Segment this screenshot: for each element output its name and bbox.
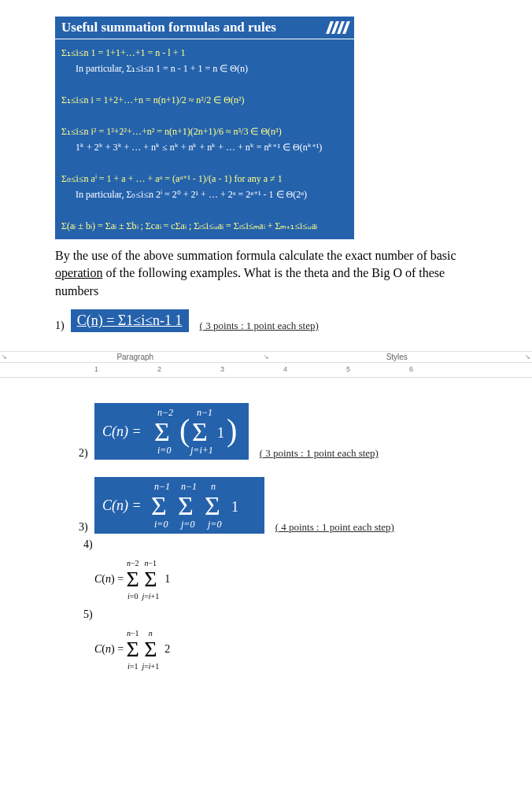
svg-text:n−1: n−1 xyxy=(181,481,197,492)
svg-text:Σ: Σ xyxy=(154,417,170,446)
q5-number: 5) xyxy=(83,608,477,621)
question-1-row: 1) C(n) = Σ1≤i≤n-1 1 ( 3 points : 1 poin… xyxy=(55,309,477,332)
q1-formula-box: C(n) = Σ1≤i≤n-1 1 xyxy=(71,309,189,332)
ruler-mark: 2 xyxy=(157,365,161,373)
q3-formula-svg: C(n) = n−1 Σ i=0 n−1 Σ j=0 n Σ j=0 1 xyxy=(101,480,258,531)
q1-number: 1) xyxy=(55,320,65,332)
formula-list: Σ₁≤i≤n 1 = 1+1+…+1 = n - l + 1 In partic… xyxy=(55,39,354,239)
q5-formula: C(n) = n−1Σi=1 nΣj=i+1 2 xyxy=(94,629,477,671)
svg-text:j=i+1: j=i+1 xyxy=(189,445,213,456)
q4-number: 4) xyxy=(83,538,477,551)
formula-2: Σ₁≤i≤n i = 1+2+…+n = n(n+1)/2 ≈ n²/2 ∈ Θ… xyxy=(61,93,348,107)
ruler-mark: 6 xyxy=(409,365,413,373)
paragraph-launcher-icon[interactable]: ↘ xyxy=(0,352,9,362)
svg-text:Σ: Σ xyxy=(192,417,208,446)
ribbon-group-styles: Styles xyxy=(271,353,524,361)
formula-5: Σ(aᵢ ± bᵢ) = Σaᵢ ± Σbᵢ ; Σcaᵢ = cΣaᵢ ; Σ… xyxy=(61,219,348,233)
q2-number: 2) xyxy=(79,447,88,460)
q3-formula-box: C(n) = n−1 Σ i=0 n−1 Σ j=0 n Σ j=0 1 xyxy=(94,477,264,534)
svg-text:n−2: n−2 xyxy=(157,407,173,418)
svg-text:): ) xyxy=(227,412,237,448)
prompt-part1: By the use of the above summation formul… xyxy=(55,249,456,262)
svg-text:j=0: j=0 xyxy=(179,519,194,530)
formula-1b: In particular, Σ₁≤i≤n 1 = n - 1 + 1 = n … xyxy=(61,61,348,76)
prompt-part2: of the following examples. What is the t… xyxy=(55,266,445,297)
q3-number: 3) xyxy=(79,521,88,534)
word-ribbon-strip: ↘ Paragraph ↘ Styles ↘ xyxy=(0,351,532,363)
svg-text:1: 1 xyxy=(231,499,238,515)
q2-points: ( 3 points : 1 point each step) xyxy=(260,447,379,460)
svg-text:Σ: Σ xyxy=(151,491,167,520)
prompt-underlined: operation xyxy=(55,266,102,279)
formula-4b: In particular, Σ₀≤i≤n 2ⁱ = 2⁰ + 2¹ + … +… xyxy=(61,187,348,202)
q4-formula: C(n) = n−2Σi=0 n−1Σj=i+1 1 xyxy=(94,559,477,601)
svg-text:Σ: Σ xyxy=(178,491,194,520)
formula-3b: 1ᵏ + 2ᵏ + 3ᵏ + … + nᵏ ≤ nᵏ + nᵏ + nᵏ + …… xyxy=(61,140,348,154)
q3-points: ( 4 points : 1 point each step) xyxy=(275,521,394,534)
q1-points: ( 3 points : 1 point each step) xyxy=(200,320,319,332)
question-3-row: 3) C(n) = n−1 Σ i=0 n−1 Σ j=0 n Σ j=0 1 xyxy=(79,477,477,534)
reference-title-bar: Useful summation formulas and rules xyxy=(55,16,354,39)
formula-4: Σ₀≤i≤n aⁱ = 1 + a + … + aⁿ = (aⁿ⁺¹ - 1)/… xyxy=(61,172,348,186)
ruler-mark: 5 xyxy=(346,365,350,373)
q1-formula-text: C(n) = Σ1≤i≤n-1 1 xyxy=(77,312,183,328)
svg-text:C(n) =: C(n) = xyxy=(102,423,142,440)
reference-title: Useful summation formulas and rules xyxy=(61,20,276,35)
svg-text:C(n) =: C(n) = xyxy=(102,497,142,514)
q2-formula-svg: C(n) = n−2 Σ i=0 ( n−1 Σ j=i+1 1 ) xyxy=(101,406,242,457)
svg-text:Σ: Σ xyxy=(205,491,220,520)
svg-text:j=0: j=0 xyxy=(206,519,221,530)
title-decoration-stripes xyxy=(328,21,348,34)
svg-text:n: n xyxy=(211,481,216,492)
svg-text:(: ( xyxy=(179,412,190,448)
ruler-mark: 3 xyxy=(220,365,224,373)
ribbon-group-paragraph: Paragraph xyxy=(9,353,262,361)
ribbon-styles-label: Styles xyxy=(386,353,408,361)
svg-text:i=0: i=0 xyxy=(154,519,168,530)
styles-launcher-icon[interactable]: ↘ xyxy=(262,352,271,362)
ribbon-paragraph-label: Paragraph xyxy=(116,353,153,361)
formula-3: Σ₁≤i≤n i² = 1²+2²+…+n² = n(n+1)(2n+1)/6 … xyxy=(61,124,348,139)
question-prompt: By the use of the above summation formul… xyxy=(55,247,477,300)
q2-formula-box: C(n) = n−2 Σ i=0 ( n−1 Σ j=i+1 1 ) xyxy=(94,403,249,460)
svg-text:i=0: i=0 xyxy=(157,445,171,456)
formula-1: Σ₁≤i≤n 1 = 1+1+…+1 = n - l + 1 xyxy=(61,46,348,60)
ribbon-end-launcher-icon[interactable]: ↘ xyxy=(523,352,532,362)
svg-text:n−1: n−1 xyxy=(197,407,212,418)
ruler-mark: 4 xyxy=(283,365,287,373)
formula-reference-box: Useful summation formulas and rules Σ₁≤i… xyxy=(55,16,354,239)
svg-text:n−1: n−1 xyxy=(154,481,170,492)
word-ruler[interactable]: 1 2 3 4 5 6 xyxy=(0,363,532,378)
question-2-row: 2) C(n) = n−2 Σ i=0 ( n−1 Σ j=i+1 1 ) xyxy=(79,403,477,460)
ruler-mark: 1 xyxy=(94,365,98,373)
svg-text:1: 1 xyxy=(217,425,224,441)
